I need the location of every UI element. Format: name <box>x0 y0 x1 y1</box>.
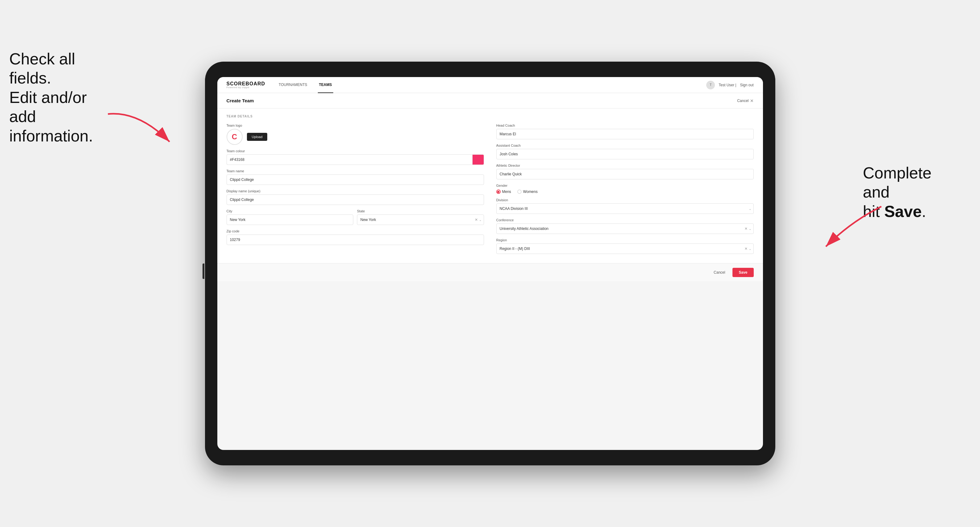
head-coach-input[interactable] <box>496 129 754 139</box>
conference-group: Conference University Athletic Associati… <box>496 218 754 234</box>
page-content: Create Team Cancel ✕ TEAM DETAILS Team l… <box>217 93 763 450</box>
team-name-label: Team name <box>227 169 484 173</box>
athletic-director-label: Athletic Director <box>496 163 754 167</box>
modal-cancel-button[interactable]: Cancel ✕ <box>737 98 753 103</box>
state-clear-icon[interactable]: ✕ <box>475 217 478 222</box>
tablet-screen: SCOREBOARD Powered by clippd TOURNAMENTS… <box>217 77 763 450</box>
annotation-right-period: . <box>922 203 926 221</box>
city-input[interactable] <box>227 214 353 225</box>
conference-clear-icon[interactable]: ✕ <box>745 227 748 231</box>
annotation-right-line1: Complete and <box>863 164 932 201</box>
form-body: Team logo C Upload Team colour <box>227 124 754 254</box>
color-swatch[interactable] <box>472 154 484 165</box>
annotation-left-line3: information. <box>9 127 93 145</box>
annotation-left-line1: Check all fields. <box>9 50 75 87</box>
state-label: State <box>357 209 484 213</box>
cancel-label: Cancel <box>737 98 748 103</box>
team-name-input[interactable] <box>227 175 484 185</box>
gender-mens-label: Mens <box>502 189 511 194</box>
region-clear-icon[interactable]: ✕ <box>745 246 748 251</box>
nav-links: TOURNAMENTS TEAMS <box>277 77 333 93</box>
state-select-wrapper: New York ✕ ⌄ <box>357 214 484 225</box>
head-coach-group: Head Coach <box>496 124 754 139</box>
gender-womens-radio[interactable] <box>517 189 522 194</box>
city-state-row: City State New York ✕ ⌄ <box>227 209 484 225</box>
form-container: TEAM DETAILS Team logo C Upload <box>217 108 763 263</box>
cancel-button[interactable]: Cancel <box>710 268 729 277</box>
close-icon[interactable]: ✕ <box>750 98 754 103</box>
save-button[interactable]: Save <box>732 268 753 277</box>
navbar-right: T Test User | Sign out <box>706 81 753 89</box>
navbar-left: SCOREBOARD Powered by clippd TOURNAMENTS… <box>227 77 333 93</box>
team-name-group: Team name <box>227 169 484 185</box>
form-right-column: Head Coach Assistant Coach Athletic Dire… <box>496 124 754 254</box>
nav-tournaments[interactable]: TOURNAMENTS <box>277 77 308 93</box>
athletic-director-group: Athletic Director <box>496 163 754 179</box>
assistant-coach-input[interactable] <box>496 149 754 159</box>
division-select-wrapper: NCAA Division III ⌄ <box>496 203 754 214</box>
nav-teams[interactable]: TEAMS <box>318 77 333 93</box>
team-logo-label: Team logo <box>227 124 484 127</box>
form-footer: Cancel Save <box>217 263 763 281</box>
logo-circle: C <box>227 129 243 145</box>
gender-label: Gender <box>496 184 754 187</box>
region-select[interactable]: Region II - (M) DIII <box>496 243 754 254</box>
arrow-left-icon <box>89 105 176 160</box>
city-label: City <box>227 209 353 213</box>
assistant-coach-label: Assistant Coach <box>496 144 754 147</box>
team-logo-group: Team logo C Upload <box>227 124 484 145</box>
display-name-group: Display name (unique) <box>227 189 484 205</box>
division-group: Division NCAA Division III ⌄ <box>496 198 754 214</box>
athletic-director-input[interactable] <box>496 169 754 179</box>
display-name-label: Display name (unique) <box>227 189 484 193</box>
city-group: City <box>227 209 353 225</box>
radio-dot <box>497 191 500 193</box>
team-colour-label: Team colour <box>227 149 484 153</box>
division-label: Division <box>496 198 754 202</box>
arrow-right-icon <box>807 197 900 259</box>
tablet-side-button <box>202 264 204 279</box>
modal-header: Create Team Cancel ✕ <box>217 93 763 108</box>
sign-out-link[interactable]: Sign out <box>740 83 753 87</box>
gender-mens-option[interactable]: Mens <box>496 189 511 194</box>
gender-radio-group: Mens Womens <box>496 189 754 194</box>
display-name-input[interactable] <box>227 194 484 205</box>
state-select[interactable]: New York <box>357 214 484 225</box>
team-colour-group: Team colour <box>227 149 484 165</box>
region-select-wrapper: Region II - (M) DIII ✕ ⌄ <box>496 243 754 254</box>
annotation-left-line2: Edit and/or add <box>9 89 87 125</box>
logo-letter: C <box>232 133 237 141</box>
conference-select[interactable]: University Athletic Association <box>496 224 754 234</box>
gender-mens-radio[interactable] <box>496 189 501 194</box>
conference-label: Conference <box>496 218 754 222</box>
color-input-row <box>227 154 484 165</box>
user-name: Test User | <box>719 83 736 87</box>
state-group: State New York ✕ ⌄ <box>357 209 484 225</box>
head-coach-label: Head Coach <box>496 124 754 127</box>
division-select[interactable]: NCAA Division III <box>496 203 754 214</box>
gender-womens-option[interactable]: Womens <box>517 189 538 194</box>
zip-group: Zip code <box>227 229 484 245</box>
assistant-coach-group: Assistant Coach <box>496 144 754 159</box>
zip-label: Zip code <box>227 229 484 233</box>
gender-group: Gender Mens Womens <box>496 184 754 194</box>
region-label: Region <box>496 238 754 242</box>
logo-upload-area: C Upload <box>227 129 484 145</box>
user-avatar: T <box>706 81 715 89</box>
zip-input[interactable] <box>227 235 484 245</box>
brand-subtitle: Powered by clippd <box>227 86 266 89</box>
brand-title: SCOREBOARD <box>227 81 266 86</box>
tablet-device: SCOREBOARD Powered by clippd TOURNAMENTS… <box>205 62 775 465</box>
form-left-column: Team logo C Upload Team colour <box>227 124 484 254</box>
gender-womens-label: Womens <box>523 189 538 194</box>
section-label: TEAM DETAILS <box>227 115 754 118</box>
annotation-left: Check all fields. Edit and/or add inform… <box>9 49 95 146</box>
brand-logo: SCOREBOARD Powered by clippd <box>227 81 266 89</box>
conference-select-wrapper: University Athletic Association ✕ ⌄ <box>496 224 754 234</box>
modal-title: Create Team <box>227 98 254 103</box>
upload-button[interactable]: Upload <box>247 133 267 141</box>
navbar: SCOREBOARD Powered by clippd TOURNAMENTS… <box>217 77 763 93</box>
team-colour-input[interactable] <box>227 154 472 165</box>
region-group: Region Region II - (M) DIII ✕ ⌄ <box>496 238 754 254</box>
